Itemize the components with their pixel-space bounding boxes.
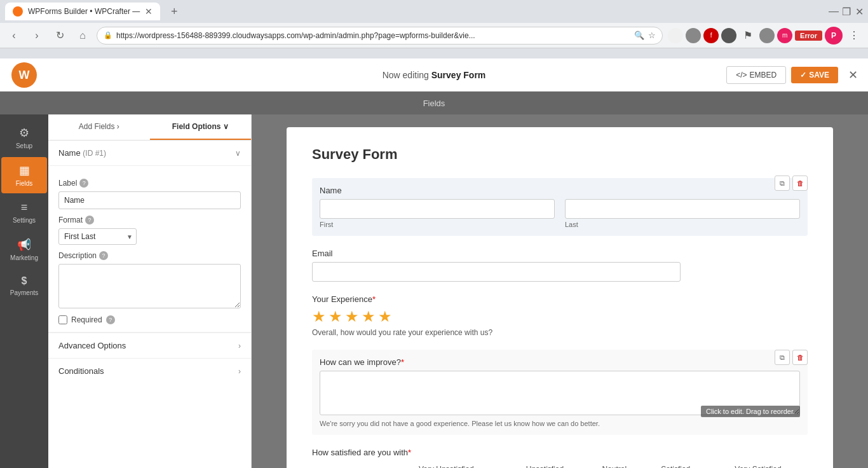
- form-preview: Survey Form ⧉ 🗑 Name First Last: [252, 114, 868, 468]
- browser-icon-7[interactable]: m: [777, 28, 792, 43]
- marketing-icon: 📢: [17, 238, 31, 252]
- star-2[interactable]: ★: [329, 308, 342, 326]
- back-button[interactable]: ‹: [5, 27, 23, 45]
- improve-field-group: ⧉ 🗑 How can we improve?* Click to edit. …: [312, 350, 808, 435]
- sidebar-item-payments[interactable]: $ Payments: [1, 269, 47, 303]
- tab-favicon: [13, 6, 23, 17]
- save-button[interactable]: ✓ SAVE: [791, 67, 838, 83]
- profile-avatar[interactable]: P: [825, 27, 843, 45]
- maximize-button[interactable]: ❐: [843, 8, 850, 15]
- delete-improve-button[interactable]: 🗑: [792, 350, 808, 365]
- name-field-inputs: First Last: [320, 199, 800, 228]
- refresh-button[interactable]: ↻: [51, 27, 69, 45]
- satisfaction-col-unsatisfied: Unsatisfied: [504, 461, 586, 468]
- star-4[interactable]: ★: [362, 308, 376, 326]
- field-options-panel: Add Fields › Field Options ∨ Name (ID #1…: [48, 114, 252, 468]
- lock-icon: 🔒: [104, 31, 112, 39]
- first-name-col: First: [320, 199, 555, 228]
- settings-icon: ≡: [21, 201, 28, 214]
- new-tab-button[interactable]: +: [165, 3, 183, 20]
- fields-tab-label: Fields: [423, 99, 445, 108]
- form-container: Survey Form ⧉ 🗑 Name First Last: [287, 127, 833, 468]
- format-select[interactable]: First Last First Last First Middle Last: [58, 228, 137, 245]
- last-name-input[interactable]: [565, 199, 800, 219]
- email-input[interactable]: [312, 262, 681, 282]
- embed-button[interactable]: </> EMBED: [726, 66, 786, 84]
- embed-code-icon: </>: [736, 71, 747, 79]
- chevron-down-icon: ∨: [223, 122, 229, 131]
- advanced-options-toggle[interactable]: Advanced Options ›: [48, 333, 251, 358]
- home-button[interactable]: ⌂: [74, 27, 92, 45]
- tab-field-options[interactable]: Field Options ∨: [150, 114, 252, 140]
- star-3[interactable]: ★: [345, 308, 359, 326]
- satisfaction-field-group: How satisfied are you with* Very Unsatis…: [312, 448, 808, 468]
- conditionals-section: Conditionals ›: [48, 358, 251, 383]
- description-textarea[interactable]: [58, 264, 241, 308]
- payments-icon: $: [22, 275, 27, 287]
- email-field-group: Email: [312, 249, 808, 282]
- close-button[interactable]: ✕: [848, 68, 858, 82]
- satisfaction-table: Very Unsatisfied Unsatisfied Neutral Sat…: [312, 461, 808, 468]
- conditionals-toggle[interactable]: Conditionals ›: [48, 359, 251, 383]
- tab-close-icon[interactable]: ✕: [145, 6, 153, 17]
- experience-field-label: Your Experience*: [312, 294, 808, 304]
- name-field-controls: ⧉ 🗑: [775, 176, 808, 191]
- svg-text:W: W: [19, 69, 30, 81]
- browser-icon-4[interactable]: [721, 28, 736, 43]
- close-button[interactable]: ✕: [855, 8, 863, 15]
- improve-field-controls: ⧉ 🗑: [775, 350, 808, 365]
- browser-icon-1[interactable]: [668, 28, 683, 43]
- star-1[interactable]: ★: [312, 308, 326, 326]
- browser-icon-5[interactable]: ⚑: [739, 27, 757, 45]
- satisfaction-col-satisfied: Satisfied: [643, 461, 709, 468]
- format-help-icon[interactable]: ?: [85, 216, 94, 224]
- sidebar-item-setup[interactable]: ⚙ Setup: [1, 120, 47, 156]
- search-icon: 🔍: [634, 31, 644, 40]
- field-section-header: Name (ID #1) ∨: [48, 141, 251, 166]
- browser-icon-3[interactable]: f: [703, 28, 719, 43]
- fields-icon: ▦: [19, 163, 30, 177]
- conditionals-arrow-icon: ›: [238, 367, 241, 376]
- copy-improve-button[interactable]: ⧉: [775, 350, 790, 365]
- forward-button[interactable]: ›: [28, 27, 46, 45]
- icon-sidebar: ⚙ Setup ▦ Fields ≡ Settings 📢 Marketing …: [0, 114, 48, 468]
- copy-field-button[interactable]: ⧉: [775, 176, 790, 191]
- star-5[interactable]: ★: [378, 308, 392, 326]
- description-help-icon[interactable]: ?: [99, 251, 108, 260]
- satisfaction-row-header: [312, 461, 389, 468]
- experience-description: Overall, how would you rate your experie…: [312, 328, 808, 337]
- improve-textarea-wrapper: Click to edit. Drag to reorder.: [320, 371, 800, 417]
- url-text: https://wordpress-156488-889399.cloudway…: [116, 31, 630, 40]
- tab-add-fields[interactable]: Add Fields ›: [48, 114, 150, 140]
- address-bar[interactable]: 🔒 https://wordpress-156488-889399.cloudw…: [97, 27, 663, 45]
- fields-tab-bar: Fields: [0, 92, 868, 114]
- minimize-button[interactable]: —: [830, 8, 837, 15]
- section-toggle[interactable]: Name (ID #1) ∨: [58, 148, 241, 158]
- format-select-wrapper: First Last First Last First Middle Last …: [58, 228, 137, 245]
- name-field-label: Name: [320, 186, 800, 195]
- advanced-options-section: Advanced Options ›: [48, 333, 251, 358]
- app-logo: W: [10, 61, 38, 89]
- label-input[interactable]: [58, 191, 241, 209]
- form-title: Survey Form: [312, 146, 808, 163]
- first-name-input[interactable]: [320, 199, 555, 219]
- browser-icon-2[interactable]: [686, 28, 701, 43]
- label-help-icon[interactable]: ?: [79, 179, 88, 188]
- improve-field-label: How can we improve?*: [320, 357, 800, 367]
- browser-menu-icon[interactable]: ⋮: [845, 27, 863, 45]
- star-rating[interactable]: ★ ★ ★ ★ ★: [312, 308, 808, 326]
- last-name-col: Last: [565, 199, 800, 228]
- browser-tab[interactable]: WPForms Builder • WPCrafter — ✕: [5, 3, 160, 20]
- satisfaction-col-very-satisfied: Very Satisfied: [709, 461, 808, 468]
- editing-label: Now editing Survey Form: [383, 70, 486, 80]
- required-checkbox[interactable]: [58, 315, 67, 324]
- sidebar-item-settings[interactable]: ≡ Settings: [1, 195, 47, 230]
- star-icon: ☆: [648, 31, 656, 40]
- delete-field-button[interactable]: 🗑: [792, 176, 808, 191]
- sidebar-item-marketing[interactable]: 📢 Marketing: [1, 231, 47, 268]
- section-collapse-icon: ∨: [235, 149, 241, 158]
- browser-icon-6[interactable]: [759, 28, 775, 43]
- experience-field-group: Your Experience* ★ ★ ★ ★ ★ Overall, how …: [312, 294, 808, 337]
- sidebar-item-fields[interactable]: ▦ Fields: [1, 157, 47, 193]
- required-help-icon[interactable]: ?: [106, 315, 115, 324]
